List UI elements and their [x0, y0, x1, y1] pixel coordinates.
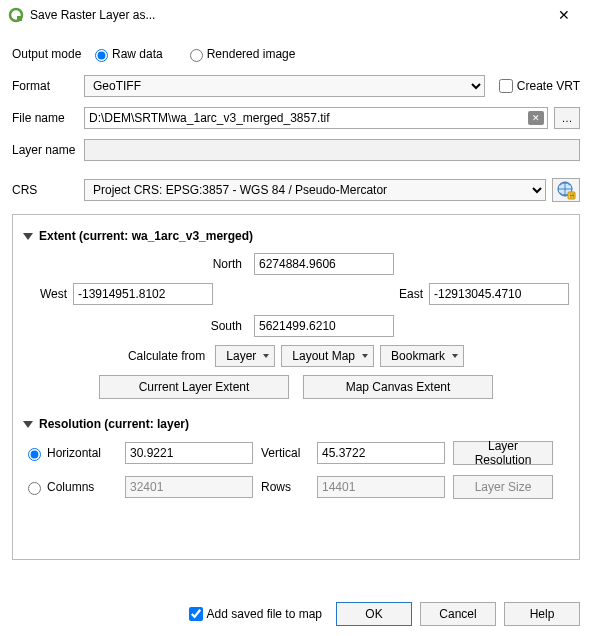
add-saved-checkbox[interactable]: Add saved file to map: [185, 604, 322, 624]
south-row: South: [23, 315, 569, 337]
format-label: Format: [12, 79, 84, 93]
rows-label: Rows: [261, 480, 309, 494]
radio-rendered-image-input[interactable]: [190, 49, 203, 62]
format-row: Format GeoTIFF Create VRT: [12, 74, 580, 98]
calc-from-row: Calculate from Layer Layout Map Bookmark: [23, 345, 569, 367]
filename-label: File name: [12, 111, 84, 125]
vertical-input[interactable]: [317, 442, 445, 464]
dialog-buttonbar: Add saved file to map OK Cancel Help: [0, 592, 592, 636]
calc-layer-button[interactable]: Layer: [215, 345, 275, 367]
add-saved-input[interactable]: [189, 607, 203, 621]
radio-columns[interactable]: Columns: [23, 479, 117, 495]
rows-input[interactable]: [317, 476, 445, 498]
crs-row: CRS Project CRS: EPSG:3857 - WGS 84 / Ps…: [12, 178, 580, 202]
filename-input[interactable]: [84, 107, 548, 129]
east-label: East: [379, 287, 429, 301]
south-label: South: [198, 319, 248, 333]
columns-input[interactable]: [125, 476, 253, 498]
ew-row: West East: [23, 283, 569, 305]
clear-filename-icon[interactable]: ✕: [528, 111, 544, 125]
cancel-button[interactable]: Cancel: [420, 602, 496, 626]
north-label: North: [198, 257, 248, 271]
window-title: Save Raster Layer as...: [30, 8, 544, 22]
layername-row: Layer name: [12, 138, 580, 162]
create-vrt-checkbox[interactable]: Create VRT: [495, 76, 580, 96]
qgis-logo-icon: [8, 7, 24, 23]
current-layer-extent-button[interactable]: Current Layer Extent: [99, 375, 289, 399]
map-canvas-extent-button[interactable]: Map Canvas Extent: [303, 375, 493, 399]
calc-from-label: Calculate from: [128, 349, 205, 363]
radio-horizontal-input[interactable]: [28, 448, 41, 461]
extent-buttons-row: Current Layer Extent Map Canvas Extent: [23, 375, 569, 399]
extent-section-header[interactable]: Extent (current: wa_1arc_v3_merged): [23, 229, 569, 243]
calc-bookmark-button[interactable]: Bookmark: [380, 345, 464, 367]
radio-rendered-image[interactable]: Rendered image: [185, 46, 296, 62]
layername-input[interactable]: [84, 139, 580, 161]
output-mode-label: Output mode: [12, 47, 84, 61]
horizontal-label: Horizontal: [47, 446, 101, 460]
titlebar: Save Raster Layer as... ✕: [0, 0, 592, 30]
svg-rect-1: [17, 16, 22, 21]
create-vrt-input[interactable]: [499, 79, 513, 93]
east-input[interactable]: [429, 283, 569, 305]
west-input[interactable]: [73, 283, 213, 305]
south-input[interactable]: [254, 315, 394, 337]
options-panel: Extent (current: wa_1arc_v3_merged) Nort…: [12, 214, 580, 560]
radio-columns-input[interactable]: [28, 482, 41, 495]
add-saved-label: Add saved file to map: [207, 607, 322, 621]
collapse-icon: [23, 233, 33, 240]
radio-raw-data-label: Raw data: [112, 47, 163, 61]
collapse-icon: [23, 421, 33, 428]
globe-icon: [555, 179, 577, 201]
help-button[interactable]: Help: [504, 602, 580, 626]
ok-button[interactable]: OK: [336, 602, 412, 626]
create-vrt-label: Create VRT: [517, 79, 580, 93]
radio-horizontal[interactable]: Horizontal: [23, 445, 117, 461]
resolution-header-label: Resolution (current: layer): [39, 417, 189, 431]
close-icon[interactable]: ✕: [544, 7, 584, 23]
layer-size-button: Layer Size: [453, 475, 553, 499]
output-mode-row: Output mode Raw data Rendered image: [12, 46, 580, 62]
extent-header-label: Extent (current: wa_1arc_v3_merged): [39, 229, 253, 243]
browse-label: …: [562, 112, 573, 124]
calc-layoutmap-button[interactable]: Layout Map: [281, 345, 374, 367]
north-row: North: [23, 253, 569, 275]
dialog-save-raster: Save Raster Layer as... ✕ Output mode Ra…: [0, 0, 592, 636]
crs-picker-button[interactable]: [552, 178, 580, 202]
columns-res-row: Columns Rows Layer Size: [23, 475, 569, 499]
columns-label: Columns: [47, 480, 94, 494]
west-label: West: [23, 287, 73, 301]
filename-row: File name ✕ …: [12, 106, 580, 130]
horizontal-input[interactable]: [125, 442, 253, 464]
vertical-label: Vertical: [261, 446, 309, 460]
radio-rendered-image-label: Rendered image: [207, 47, 296, 61]
resolution-section-header[interactable]: Resolution (current: layer): [23, 417, 569, 431]
north-input[interactable]: [254, 253, 394, 275]
horizontal-res-row: Horizontal Vertical Layer Resolution: [23, 441, 569, 465]
layer-resolution-button[interactable]: Layer Resolution: [453, 441, 553, 465]
radio-raw-data[interactable]: Raw data: [90, 46, 163, 62]
layername-label: Layer name: [12, 143, 84, 157]
dialog-content: Output mode Raw data Rendered image Form…: [0, 30, 592, 592]
browse-button[interactable]: …: [554, 107, 580, 129]
radio-raw-data-input[interactable]: [95, 49, 108, 62]
format-select[interactable]: GeoTIFF: [84, 75, 485, 97]
crs-select[interactable]: Project CRS: EPSG:3857 - WGS 84 / Pseudo…: [84, 179, 546, 201]
crs-label: CRS: [12, 183, 84, 197]
